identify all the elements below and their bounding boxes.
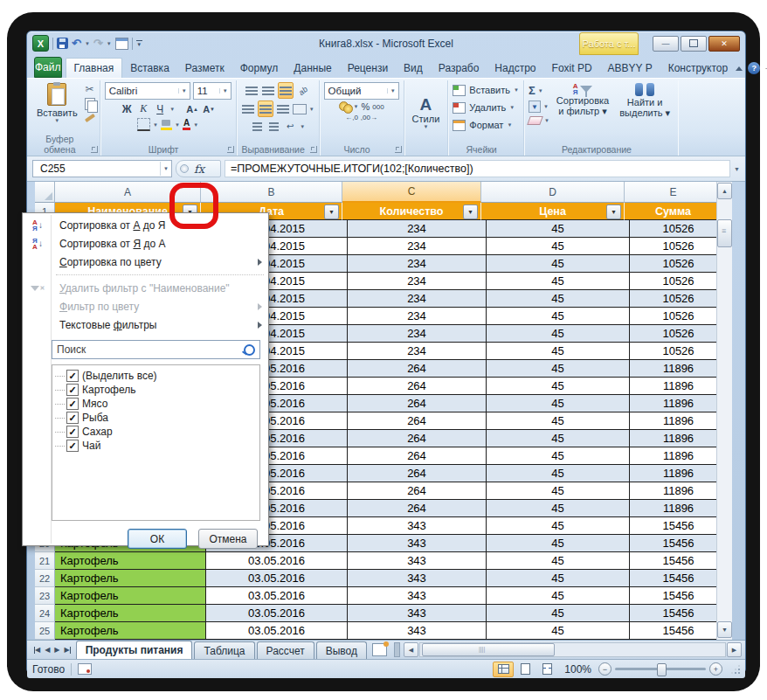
insert-function-icon[interactable]: fx	[194, 163, 204, 176]
ribbon-tab-рецензи[interactable]: Рецензи	[340, 59, 396, 78]
cell[interactable]: 264	[348, 395, 487, 412]
cell[interactable]: 343	[348, 535, 487, 552]
checkbox-icon[interactable]: ✓	[66, 384, 79, 396]
number-format-combo[interactable]: Общий▼	[324, 82, 399, 100]
ribbon-tab-главная[interactable]: Главная	[66, 58, 123, 78]
ribbon-tab-данные[interactable]: Данные	[286, 59, 339, 78]
column-header-b[interactable]: B	[201, 182, 342, 203]
autosum-button[interactable]: Σ	[529, 84, 536, 97]
filter-search-box[interactable]: Поиск	[52, 340, 260, 359]
row-header-24[interactable]: 24	[35, 605, 55, 622]
cell[interactable]: 45	[487, 587, 630, 605]
cell[interactable]: 264	[348, 378, 487, 395]
cell[interactable]: 10526	[630, 220, 728, 238]
cell[interactable]: 45	[487, 238, 630, 255]
cancel-button[interactable]: Отмена	[198, 529, 258, 549]
underline-button[interactable]: Ч	[153, 101, 167, 116]
cell[interactable]: 45	[487, 273, 630, 290]
decrease-decimal-button[interactable]: ,00→	[361, 114, 377, 121]
cell[interactable]: 343	[348, 622, 487, 640]
filter-checkbox-item[interactable]: ✓(Выделить все)	[55, 369, 259, 383]
cell[interactable]: 03.05.2016	[206, 570, 348, 587]
cell[interactable]: 45	[487, 570, 630, 587]
cell[interactable]: 10526	[630, 325, 728, 343]
cell[interactable]: 45	[487, 465, 630, 482]
insert-cells-button[interactable]: Вставить▼	[453, 82, 519, 98]
cell[interactable]: 15456	[630, 552, 728, 570]
redo-icon[interactable]: ↷	[93, 38, 103, 49]
wrap-text-button[interactable]: ↩	[283, 119, 297, 134]
insert-worksheet-icon[interactable]	[372, 643, 387, 656]
styles-button[interactable]: А Стили ▼	[409, 95, 444, 130]
filter-checkbox-item[interactable]: ✓Мясо	[55, 397, 259, 411]
ribbon-tab-разметк[interactable]: Разметк	[177, 59, 232, 78]
cell[interactable]: Картофель	[55, 570, 206, 587]
decrease-indent-button[interactable]	[250, 119, 264, 134]
name-box[interactable]: C255 ▼	[32, 160, 172, 177]
align-bottom-button[interactable]	[278, 82, 294, 99]
cell[interactable]: 264	[348, 500, 487, 517]
filter-checkbox-item[interactable]: ✓Рыба	[55, 411, 259, 425]
cell[interactable]: 10526	[630, 255, 728, 273]
formula-input[interactable]: =ПРОМЕЖУТОЧНЫЕ.ИТОГИ(102;[Количество])	[225, 160, 730, 177]
calculation-icon[interactable]	[115, 38, 128, 50]
cell[interactable]: 45	[487, 605, 630, 622]
cell[interactable]: 264	[348, 360, 487, 378]
save-icon[interactable]	[57, 38, 68, 49]
resize-grip[interactable]	[731, 665, 740, 674]
zoom-track[interactable]	[615, 668, 706, 670]
cell[interactable]: 264	[348, 447, 487, 465]
column-header-e[interactable]: E	[625, 182, 722, 203]
last-sheet-icon[interactable]: ▶	[64, 646, 70, 654]
column-header-d[interactable]: D	[481, 182, 625, 203]
cell[interactable]: 234	[348, 220, 487, 238]
cell[interactable]: 343	[348, 517, 487, 535]
cell[interactable]: 03.05.2016	[206, 552, 348, 570]
filter-menu-item-2[interactable]: Сортировка по цвету	[23, 253, 268, 271]
delete-cells-button[interactable]: Удалить▼	[453, 100, 515, 115]
checkbox-icon[interactable]: ✓	[66, 412, 79, 424]
cell[interactable]: 11896	[630, 412, 728, 430]
ribbon-tab-вид[interactable]: Вид	[396, 59, 431, 78]
cell[interactable]: 45	[487, 290, 630, 308]
format-painter-icon[interactable]	[85, 114, 95, 122]
sheet-tab-таблица[interactable]: Таблица	[194, 641, 254, 659]
cell[interactable]: 343	[348, 605, 487, 622]
sheet-tab-рассчет[interactable]: Рассчет	[257, 641, 314, 659]
format-cells-button[interactable]: Формат▼	[453, 117, 512, 133]
vertical-scrollbar[interactable]: ▲ ▼	[716, 182, 732, 640]
cell[interactable]: 11896	[630, 378, 728, 395]
cell[interactable]: 03.05.2016	[206, 605, 348, 622]
row-header-22[interactable]: 22	[35, 570, 55, 587]
cell[interactable]: 343	[348, 570, 487, 587]
cell[interactable]: 45	[487, 517, 630, 535]
sheet-tab-вывод[interactable]: Вывод	[316, 641, 367, 659]
cell[interactable]: 15456	[630, 622, 728, 640]
cell[interactable]: 15456	[630, 587, 728, 605]
cell[interactable]: Картофель	[55, 622, 206, 640]
filter-menu-item-6[interactable]: Текстовые фильтры	[23, 315, 268, 334]
align-middle-button[interactable]	[261, 83, 275, 98]
scroll-right-icon[interactable]: ▶	[727, 642, 742, 657]
comma-style-button[interactable]: 000	[372, 103, 384, 111]
cell[interactable]: 45	[487, 325, 630, 343]
filter-checkbox-item[interactable]: ✓Картофель	[55, 383, 259, 397]
cell[interactable]: Картофель	[55, 552, 206, 570]
italic-button[interactable]: К	[136, 101, 150, 116]
excel-logo-icon[interactable]: X	[32, 35, 49, 52]
accounting-format-icon[interactable]	[339, 101, 351, 112]
cell[interactable]: 234	[348, 238, 487, 255]
cell[interactable]: 234	[348, 290, 487, 308]
cell[interactable]: 45	[487, 535, 630, 552]
cell[interactable]: 234	[348, 273, 487, 290]
cell[interactable]: 11896	[630, 395, 728, 412]
normal-view-button[interactable]	[493, 662, 514, 677]
cell[interactable]: 11896	[630, 360, 728, 378]
cell[interactable]: 264	[348, 465, 487, 482]
cell[interactable]: 343	[348, 552, 487, 570]
cell[interactable]: 03.05.2016	[206, 622, 348, 640]
cell[interactable]: 45	[487, 447, 630, 465]
checkbox-icon[interactable]: ✓	[66, 440, 79, 452]
cell[interactable]: 11896	[630, 465, 728, 482]
zoom-out-icon[interactable]: −	[598, 662, 612, 676]
